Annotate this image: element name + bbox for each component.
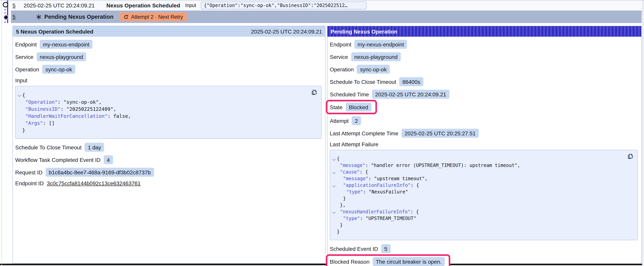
field-row: Attempt 2: [330, 116, 639, 125]
json-line: "cause": {: [332, 169, 622, 175]
field-row: Schedule To Close Timeout 1 day: [15, 143, 323, 152]
failure-json-viewer: { "message": "handler error (UPSTREAM_TI…: [330, 150, 638, 240]
chevron-down-icon: [332, 202, 337, 209]
json-line: }: [332, 222, 622, 228]
json-line: "type": "UPSTREAM_TIMEOUT": [332, 215, 622, 222]
field-label: Endpoint: [15, 41, 37, 47]
field-label: Service: [15, 54, 33, 60]
field-value: my-nexus-endpoint: [40, 40, 92, 49]
failure-section-label: Last Attempt Failure: [330, 141, 639, 147]
chevron-down-icon[interactable]: [332, 169, 337, 175]
scrollbar-gutter[interactable]: [642, 1, 644, 266]
copy-button[interactable]: [311, 89, 318, 96]
fields-top: Endpoint my-nexus-endpoint Service nexus…: [15, 40, 323, 74]
json-line: "Args": []: [18, 120, 306, 127]
field-value: sync-op-ok: [357, 65, 390, 74]
field-value: 86400s: [399, 77, 423, 86]
field-row: Last Attempt Complete Time 2025-02-25 UT…: [330, 129, 639, 138]
card-title: 5 Nexus Operation Scheduled: [16, 28, 93, 35]
fields-bottom: Schedule To Close Timeout 1 day Workflow…: [15, 143, 323, 189]
chevron-down-icon: [18, 127, 22, 134]
copy-button[interactable]: [627, 153, 634, 160]
timeline-dashed-connector: [5, 6, 6, 24]
field-row: Service nexus-playground: [15, 52, 323, 61]
chevron-down-icon[interactable]: [332, 182, 337, 189]
pending-card-header: Pending Nexus Operation: [328, 26, 641, 37]
left-border: [2, 0, 2, 266]
chevron-down-icon: [18, 120, 22, 127]
chevron-down-icon: [332, 222, 337, 228]
copy-icon: [311, 89, 318, 96]
field-row: Endpoint my-nexus-endpoint: [15, 40, 323, 49]
json-line: "nexusHandlerFailureInfo": {: [332, 209, 622, 215]
input-inline-label: Input: [185, 3, 196, 8]
pending-operation-row[interactable]: 5 Pending Nexus Operation Attempt 2 · Ne…: [11, 11, 642, 23]
pending-operation-card: Pending Nexus Operation Endpoint my-nexu…: [327, 26, 642, 266]
field-value: 2025-02-25 UTC 20:25:27.51: [402, 129, 479, 138]
field-label: Request ID: [15, 169, 42, 175]
chevron-down-icon: [332, 195, 337, 202]
field-row: Request ID b1c6a4bc-8ee7-468a-9169-df3b0…: [15, 168, 323, 177]
chevron-down-icon[interactable]: [332, 156, 337, 162]
field-value: 5: [381, 244, 390, 253]
field-value[interactable]: 3c0c75ccfa8144b092c13ce632463761: [47, 180, 140, 186]
field-label: Blocked Reason: [330, 258, 370, 265]
timeline-event-marker-current[interactable]: [3, 15, 8, 20]
workflow-history-detail: 5 2025-02-25 UTC 20:24:09.21 Nexus Opera…: [0, 0, 644, 266]
json-line: "HandlerWaitForCancellation": false,: [18, 113, 306, 120]
event-summary-row[interactable]: 5 2025-02-25 UTC 20:24:09.21 Nexus Opera…: [11, 1, 642, 11]
chevron-down-icon[interactable]: [18, 92, 22, 99]
chevron-down-icon[interactable]: [332, 209, 337, 215]
field-label: Endpoint ID: [15, 180, 44, 186]
field-value: sync-op-ok: [42, 65, 75, 74]
field-label: Service: [330, 54, 348, 60]
field-value: my-nexus-endpoint: [354, 40, 407, 49]
event-timestamp: 2025-02-25 UTC 20:24:09.21: [24, 2, 95, 9]
field-label: State: [330, 104, 342, 110]
field-label: Operation: [330, 66, 354, 72]
field-label: Attempt: [330, 118, 349, 124]
chevron-down-icon: [332, 215, 337, 222]
json-line: {: [332, 156, 622, 162]
chevron-down-icon: [332, 189, 337, 195]
field-row: Scheduled Time 2025-02-25 UTC 20:24:09.2…: [330, 90, 639, 99]
field-row: Operation sync-op-ok: [15, 65, 323, 74]
refresh-icon: [124, 14, 129, 19]
json-line: },: [332, 202, 622, 209]
field-label: Scheduled Event ID: [330, 245, 378, 252]
json-line: "applicationFailureInfo": {: [332, 182, 622, 189]
field-row: Endpoint my-nexus-endpoint: [330, 40, 639, 49]
field-label: Workflow Task Completed Event ID: [15, 157, 100, 163]
event-id-link[interactable]: 5: [12, 2, 16, 9]
field-label: Endpoint: [330, 41, 352, 47]
card-timestamp: 2025-02-25 UTC 20:24:09.21: [251, 28, 322, 35]
retry-badge-label: Attempt 2 · Next Retry: [131, 14, 183, 20]
event-detail-card-header: 5 Nexus Operation Scheduled 2025-02-25 U…: [13, 26, 325, 37]
timeline-event-marker-open[interactable]: [3, 2, 8, 8]
field-label: Schedule To Close Timeout: [330, 79, 396, 85]
field-value: 2: [352, 116, 361, 125]
event-detail-card: 5 Nexus Operation Scheduled 2025-02-25 U…: [12, 26, 326, 264]
field-row: Scheduled Event ID 5: [330, 244, 639, 253]
field-label: Scheduled Time: [330, 91, 369, 97]
failure-section: Last Attempt Failure { "message": "handl…: [330, 141, 639, 240]
chevron-down-icon: [18, 106, 22, 113]
chevron-down-icon: [332, 175, 337, 182]
chevron-down-icon: [332, 228, 337, 235]
field-label: Schedule To Close Timeout: [15, 144, 82, 150]
field-row: Workflow Task Completed Event ID 4: [15, 155, 323, 164]
chevron-down-icon: [332, 162, 337, 169]
event-row-divider: [0, 264, 644, 265]
field-row: Schedule To Close Timeout 86400s: [330, 77, 639, 86]
event-id-link[interactable]: 5: [12, 14, 16, 20]
retry-status-badge: Attempt 2 · Next Retry: [120, 13, 186, 21]
field-row: Operation sync-op-ok: [330, 65, 639, 74]
field-value: 4: [104, 155, 113, 164]
input-section: Input { "Operation": "sync-op-ok",: [15, 77, 323, 139]
input-json-viewer: { "Operation": "sync-op-ok", "BusinessID…: [15, 86, 322, 139]
card-body: Endpoint my-nexus-endpoint Service nexus…: [328, 37, 641, 266]
field-value: Blocked: [346, 103, 371, 112]
field-value: The circuit breaker is open.: [373, 257, 445, 266]
field-row: State Blocked: [330, 101, 639, 114]
json-line: "BusinessID": "20250225122409",: [18, 106, 306, 113]
